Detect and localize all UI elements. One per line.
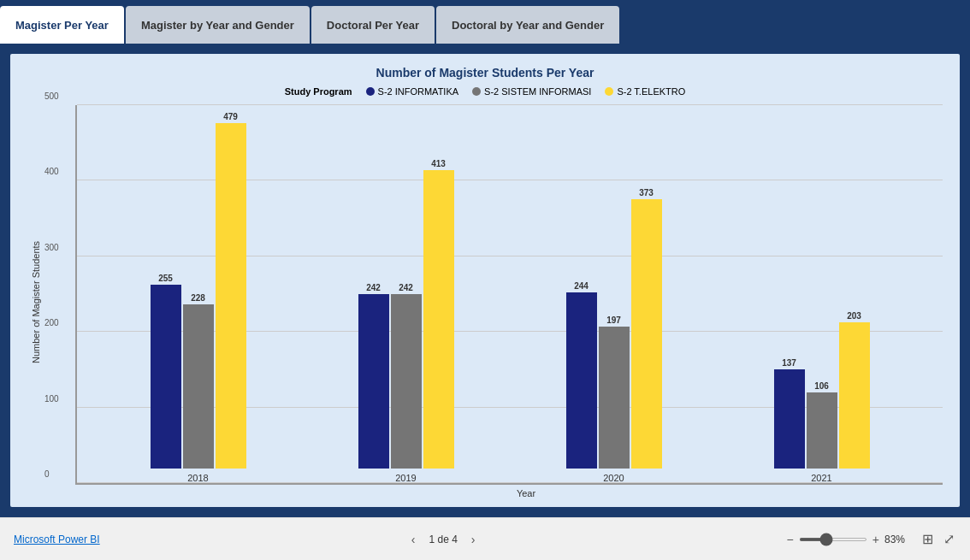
bar-wrapper: 242 [391,283,422,469]
footer: Microsoft Power BI ‹ 1 de 4 › − + 83% ⊞ … [0,517,970,560]
legend-item: S-2 INFORMATIKA [366,86,459,97]
bar-value-label: 244 [574,281,589,291]
zoom-in-button[interactable]: + [872,533,879,546]
bar [183,304,214,469]
bar-value-label: 242 [399,283,413,292]
bars-row: 137106203 [774,311,870,469]
bar-group: 2441973732020 [566,188,662,483]
main-content: Number of Magister Students Per Year Stu… [0,44,970,517]
bar [631,199,662,469]
legend-item-label: S-2 SISTEM INFORMASI [484,86,591,97]
bar-year-label: 2021 [811,473,831,483]
tab-doctoral-per-year[interactable]: Doctoral Per Year [311,6,435,44]
y-axis-label: Number of Magister Students [27,105,41,498]
legend-prefix-label: Study Program [285,86,352,97]
page-separator: de [437,533,452,545]
bar-value-label: 197 [606,315,621,325]
zoom-slider[interactable] [799,538,867,541]
bar-year-label: 2020 [603,473,624,483]
tab-magister-by-year-gender[interactable]: Magister by Year and Gender [126,6,310,44]
bar-group: 1371062032021 [774,311,870,483]
bars-row: 255228479 [151,112,246,469]
x-axis-label: Year [109,488,943,498]
chart-area: Number of Magister Students 010020030040… [27,105,943,498]
fit-to-page-button[interactable]: ⊞ [920,529,935,549]
bar [807,392,837,469]
bar-wrapper: 197 [599,315,630,469]
bar [391,294,422,469]
y-axis-tick-label: 400 [44,167,59,176]
page-indicator: 1 de 4 [429,533,457,545]
legend-dot [366,87,375,96]
bar-wrapper: 479 [216,112,246,469]
chart-with-axes: 0100200300400500255228479201824224241320… [41,105,943,498]
chart-container: Number of Magister Students Per Year Stu… [9,52,961,509]
bars-row: 244197373 [566,188,662,469]
bar [151,285,181,469]
bar-wrapper: 413 [423,159,454,469]
y-axis-tick-label: 300 [44,242,59,251]
footer-right: − + 83% ⊞ ⤢ [787,529,956,549]
bar-wrapper: 137 [774,358,805,469]
bar-value-label: 137 [782,358,796,368]
bar [774,369,805,469]
power-bi-link[interactable]: Microsoft Power BI [14,533,100,545]
fullscreen-button[interactable]: ⤢ [942,529,956,549]
bar-wrapper: 228 [183,293,214,469]
bar-wrapper: 373 [631,188,662,469]
zoom-control: − + 83% [787,533,914,546]
bar [358,294,389,469]
tab-bar: Magister Per YearMagister by Year and Ge… [0,0,970,44]
bar-wrapper: 242 [358,283,389,469]
bar-value-label: 479 [223,112,238,121]
y-axis-tick-label: 200 [44,318,59,327]
bar-wrapper: 244 [566,281,597,469]
bars-row: 242242413 [358,159,454,469]
chart-plot-area: 0100200300400500255228479201824224241320… [75,105,943,485]
bar [599,327,630,469]
legend-item-label: S-2 T.ELEKTRO [617,86,685,97]
prev-page-button[interactable]: ‹ [406,531,421,548]
bar [566,292,597,469]
zoom-out-button[interactable]: − [787,533,794,546]
bar-value-label: 242 [366,283,381,292]
bar-wrapper: 255 [151,274,181,469]
bar-wrapper: 106 [807,381,837,469]
bar-group: 2422424132019 [358,159,454,483]
chart-title: Number of Magister Students Per Year [27,66,943,80]
y-axis-tick-label: 0 [44,469,50,479]
bar [216,123,246,469]
bar-groups: 2552284792018242242413201924419737320201… [77,105,943,483]
tab-magister-per-year[interactable]: Magister Per Year [0,6,124,44]
zoom-percent: 83% [884,533,914,545]
legend-item-label: S-2 INFORMATIKA [378,86,459,97]
bar-year-label: 2019 [395,473,416,483]
bar-value-label: 106 [814,381,829,391]
next-page-button[interactable]: › [466,531,481,548]
legend-item: S-2 T.ELEKTRO [605,86,685,97]
bar-value-label: 373 [639,188,654,197]
bar [423,170,454,469]
bar [839,322,870,469]
y-axis-tick-label: 100 [44,393,59,403]
bar-value-label: 413 [431,159,446,168]
footer-pagination: ‹ 1 de 4 › [406,531,481,548]
bar-value-label: 203 [847,311,861,321]
legend-dot [472,87,481,96]
bar-year-label: 2018 [187,473,208,483]
bar-wrapper: 203 [839,311,870,469]
total-pages: 4 [452,533,458,545]
chart-legend: Study Program S-2 INFORMATIKAS-2 SISTEM … [27,86,943,97]
bar-value-label: 228 [191,293,205,303]
y-axis-tick-label: 500 [44,91,59,101]
bar-group: 2552284792018 [151,112,246,483]
bar-value-label: 255 [158,274,173,283]
tab-doctoral-by-year-gender[interactable]: Doctoral by Year and Gender [436,6,619,44]
legend-dot [605,87,613,96]
legend-item: S-2 SISTEM INFORMASI [472,86,591,97]
current-page: 1 [429,533,435,545]
